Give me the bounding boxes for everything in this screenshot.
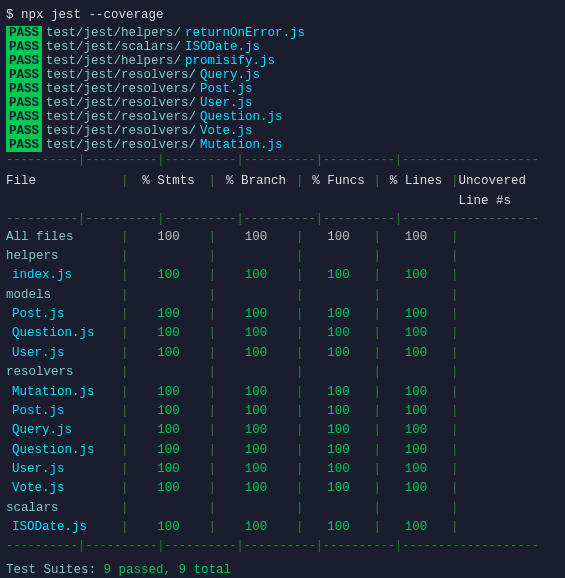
cell-stmts: 100: [129, 460, 209, 479]
summary-section: Test Suites: 9 passed, 9 total Tests: 26…: [6, 560, 559, 578]
cell-funcs: 100: [304, 383, 374, 402]
pass-badge: PASS: [6, 96, 42, 110]
cell-funcs: 100: [304, 441, 374, 460]
pass-file: ISODate.js: [185, 40, 260, 54]
table-row: Query.js|100|100|100|100|: [6, 421, 559, 440]
cell-branch: 100: [216, 479, 296, 498]
suites-value: 9 passed, 9 total: [104, 563, 232, 577]
pass-line: PASStest/jest/scalars/ISODate.js: [6, 40, 559, 54]
cell-branch: 100: [216, 441, 296, 460]
table-row: models|||||: [6, 286, 559, 305]
cell-lines: [381, 499, 451, 518]
cell-uncovered: [459, 479, 559, 498]
cell-stmts: [129, 499, 209, 518]
pass-path: test/jest/resolvers/: [46, 82, 196, 96]
cell-lines: 100: [381, 383, 451, 402]
coverage-table: File | % Stmts | % Branch | % Funcs | % …: [6, 171, 559, 555]
table-row: index.js|100|100|100|100|: [6, 266, 559, 285]
pass-path: test/jest/resolvers/: [46, 96, 196, 110]
cell-file: models: [6, 286, 121, 305]
cell-branch: [216, 247, 296, 266]
bottom-divider: ----------|----------|----------|-------…: [6, 538, 559, 555]
cell-branch: 100: [216, 266, 296, 285]
cell-branch: 100: [216, 344, 296, 363]
pass-file: Mutation.js: [200, 138, 283, 152]
cell-uncovered: [459, 344, 559, 363]
pass-line: PASStest/jest/helpers/promisify.js: [6, 54, 559, 68]
pass-badge: PASS: [6, 82, 42, 96]
table-row: Post.js|100|100|100|100|: [6, 402, 559, 421]
cell-stmts: 100: [129, 479, 209, 498]
cell-file: index.js: [6, 266, 121, 285]
col-header-file: File: [6, 171, 121, 211]
cell-stmts: 100: [129, 324, 209, 343]
pass-badge: PASS: [6, 68, 42, 82]
cell-stmts: 100: [129, 402, 209, 421]
cell-uncovered: [459, 518, 559, 537]
cell-branch: 100: [216, 324, 296, 343]
top-divider: ----------|----------|----------|-------…: [6, 152, 559, 169]
cell-lines: 100: [381, 228, 451, 247]
cell-uncovered: [459, 286, 559, 305]
cell-file: Question.js: [6, 324, 121, 343]
col-header-stmts: % Stmts: [129, 171, 209, 211]
cell-lines: 100: [381, 344, 451, 363]
pass-badge: PASS: [6, 110, 42, 124]
table-row: Question.js|100|100|100|100|: [6, 441, 559, 460]
table-row: Mutation.js|100|100|100|100|: [6, 383, 559, 402]
cell-stmts: 100: [129, 441, 209, 460]
cell-stmts: [129, 363, 209, 382]
cell-uncovered: [459, 421, 559, 440]
pass-path: test/jest/resolvers/: [46, 124, 196, 138]
table-row: All files|100|100|100|100|: [6, 228, 559, 247]
cell-file: Post.js: [6, 402, 121, 421]
pass-file: returnOnError.js: [185, 26, 305, 40]
pass-line: PASStest/jest/resolvers/Question.js: [6, 110, 559, 124]
cell-stmts: 100: [129, 344, 209, 363]
header-divider: ----------|----------|----------|-------…: [6, 211, 559, 228]
cell-branch: 100: [216, 518, 296, 537]
cell-uncovered: [459, 383, 559, 402]
col-header-lines: % Lines: [381, 171, 451, 211]
table-row: Post.js|100|100|100|100|: [6, 305, 559, 324]
summary-suites: Test Suites: 9 passed, 9 total: [6, 560, 559, 578]
cell-funcs: [304, 363, 374, 382]
cell-branch: 100: [216, 460, 296, 479]
cell-uncovered: [459, 363, 559, 382]
cell-file: scalars: [6, 499, 121, 518]
cell-file: Post.js: [6, 305, 121, 324]
cell-stmts: 100: [129, 421, 209, 440]
cell-file: User.js: [6, 344, 121, 363]
pass-badge: PASS: [6, 26, 42, 40]
cell-funcs: 100: [304, 305, 374, 324]
cell-lines: 100: [381, 421, 451, 440]
cell-funcs: 100: [304, 421, 374, 440]
cell-funcs: 100: [304, 228, 374, 247]
pass-line: PASStest/jest/helpers/returnOnError.js: [6, 26, 559, 40]
pass-line: PASStest/jest/resolvers/Query.js: [6, 68, 559, 82]
cell-branch: 100: [216, 383, 296, 402]
cell-file: Mutation.js: [6, 383, 121, 402]
cell-file: Vote.js: [6, 479, 121, 498]
table-body: All files|100|100|100|100| helpers|||||i…: [6, 228, 559, 538]
table-row: Vote.js|100|100|100|100|: [6, 479, 559, 498]
pass-badge: PASS: [6, 54, 42, 68]
pass-line: PASStest/jest/resolvers/Post.js: [6, 82, 559, 96]
cell-funcs: 100: [304, 460, 374, 479]
pass-badge: PASS: [6, 124, 42, 138]
cell-funcs: 100: [304, 266, 374, 285]
pass-file: promisify.js: [185, 54, 275, 68]
cell-file: Question.js: [6, 441, 121, 460]
cell-lines: 100: [381, 324, 451, 343]
cell-file: helpers: [6, 247, 121, 266]
pass-path: test/jest/helpers/: [46, 26, 181, 40]
cell-branch: 100: [216, 421, 296, 440]
cell-lines: 100: [381, 479, 451, 498]
cell-stmts: 100: [129, 518, 209, 537]
cell-stmts: 100: [129, 266, 209, 285]
cell-lines: [381, 286, 451, 305]
cell-funcs: [304, 499, 374, 518]
pass-file: Post.js: [200, 82, 253, 96]
suites-label: Test Suites:: [6, 563, 96, 577]
terminal-window: $ npx jest --coverage PASStest/jest/help…: [6, 8, 559, 578]
